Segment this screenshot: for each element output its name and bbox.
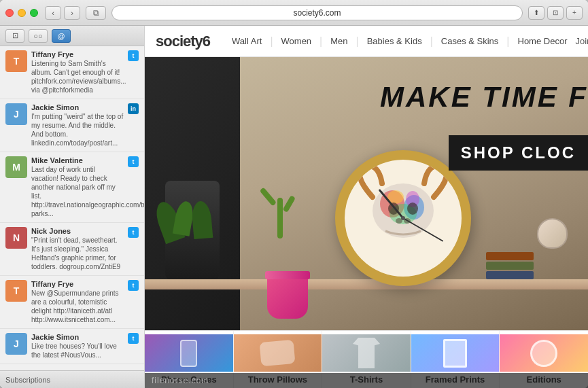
traffic-lights — [5, 9, 38, 17]
avatar-5: J — [5, 333, 27, 355]
feed-name-1: Jackie Simon — [31, 103, 124, 111]
toolbar-right: ⬆ ⊡ + — [528, 6, 583, 20]
hero-cta-text: SHOP CLOC — [461, 143, 576, 162]
sidebar: ⊡ ○○ @ T Tiffany Frye Listening to Sam S… — [0, 26, 145, 388]
site-logo: society6 — [156, 33, 210, 50]
twitter-badge-2: t — [128, 156, 139, 167]
sidebar-feed: T Tiffany Frye Listening to Sam Smith's … — [0, 46, 144, 370]
subscriptions-label: Subscriptions — [5, 376, 50, 384]
forward-button[interactable]: › — [64, 6, 80, 20]
sidebar-toolbar: ⊡ ○○ @ — [0, 26, 144, 46]
tab-button[interactable]: ⧉ — [86, 6, 106, 20]
feed-text-1: I'm putting "weird" at the top of my res… — [31, 112, 124, 147]
feed-item-5: J Jackie Simon Like tree houses? You'll … — [0, 329, 144, 364]
feed-name-0: Tiffany Frye — [31, 50, 124, 58]
phone-cases-thumb — [145, 334, 233, 372]
close-button[interactable] — [5, 9, 14, 17]
share-button[interactable]: ⬆ — [528, 6, 544, 20]
feed-name-4: Tiffany Frye — [31, 280, 124, 288]
avatar-1: J — [5, 103, 27, 125]
browser-body: ⊡ ○○ @ T Tiffany Frye Listening to Sam S… — [0, 26, 588, 388]
svg-point-7 — [407, 202, 418, 215]
clock-display — [335, 150, 471, 286]
feed-content-3: Nick Jones "Print isn't dead, sweetheart… — [31, 227, 124, 271]
linkedin-badge-1: in — [128, 103, 139, 114]
hero-cta-box[interactable]: SHOP CLOC — [449, 135, 588, 171]
nav-babies-kids[interactable]: Babies & Kids — [359, 36, 430, 46]
pink-pot-area — [267, 271, 310, 279]
watermark-text: filenorse.com — [152, 376, 209, 385]
feed-item-2: M Mike Valentine Last day of work until … — [0, 152, 144, 223]
maximize-button[interactable] — [30, 9, 38, 17]
feed-text-5: Like tree houses? You'll love the latest… — [31, 342, 124, 359]
nav-wall-art[interactable]: Wall Art — [224, 36, 270, 46]
feed-text-2: Last day of work until vacation! Ready t… — [31, 165, 124, 218]
sidebar-reader-btn[interactable]: ○○ — [29, 29, 48, 43]
avatar-2: M — [5, 156, 27, 178]
sidebar-mail-btn[interactable]: @ — [52, 29, 71, 43]
bookmarks-button[interactable]: ⊡ — [547, 6, 564, 20]
address-bar[interactable]: society6.com — [111, 5, 523, 20]
feed-name-5: Jackie Simon — [31, 333, 124, 341]
site-header: society6 Wall Art | Women | Men | Babies… — [145, 26, 588, 57]
browser-window: ‹ › ⧉ society6.com ⬆ ⊡ + ⊡ ○○ @ T — [0, 0, 588, 388]
feed-content-0: Tiffany Frye Listening to Sam Smith's al… — [31, 50, 124, 94]
url-text: society6.com — [293, 8, 341, 18]
twitter-badge-0: t — [128, 50, 139, 61]
watermark-bar: filenorse.com — [145, 373, 588, 388]
sidebar-bookmarks-btn[interactable]: ⊡ — [5, 29, 24, 43]
t-shirts-thumb — [322, 334, 411, 372]
new-tab-button[interactable]: + — [566, 6, 583, 20]
feed-content-4: Tiffany Frye New @Supermundane prints ar… — [31, 280, 124, 324]
nav-home-decor[interactable]: Home Decor — [510, 36, 576, 46]
sidebar-footer: Subscriptions — [0, 370, 144, 388]
avatar-3: N — [5, 227, 27, 249]
feed-item-3: N Nick Jones "Print isn't dead, sweethea… — [0, 223, 144, 276]
twitter-badge-4: t — [128, 280, 139, 291]
title-bar: ‹ › ⧉ society6.com ⬆ ⊡ + — [0, 0, 588, 26]
throw-pillows-thumb — [234, 334, 322, 372]
feed-content-1: Jackie Simon I'm putting "weird" at the … — [31, 103, 124, 147]
minimize-button[interactable] — [18, 9, 26, 17]
nav-cases-skins[interactable]: Cases & Skins — [433, 36, 507, 46]
feed-name-3: Nick Jones — [31, 227, 124, 235]
nav-buttons: ‹ › — [45, 6, 80, 20]
feed-item-4: T Tiffany Frye New @Supermundane prints … — [0, 276, 144, 329]
join-link[interactable]: Join — [575, 36, 588, 46]
site-nav: Wall Art | Women | Men | Babies & Kids |… — [224, 35, 575, 48]
back-button[interactable]: ‹ — [45, 6, 61, 20]
nav-men[interactable]: Men — [322, 36, 356, 46]
feed-item-1: J Jackie Simon I'm putting "weird" at th… — [0, 99, 144, 152]
feed-content-5: Jackie Simon Like tree houses? You'll lo… — [31, 333, 124, 359]
hero-headline-text: MAKE TIME F — [380, 81, 588, 113]
hero-headline: MAKE TIME F — [380, 81, 588, 113]
feed-content-2: Mike Valentine Last day of work until va… — [31, 156, 124, 218]
feed-text-0: Listening to Sam Smith's album. Can't ge… — [31, 59, 124, 94]
framed-prints-thumb — [411, 334, 500, 372]
hero-banner: MAKE TIME F SHOP CLOC — [145, 57, 588, 330]
twitter-badge-3: t — [128, 227, 139, 238]
feed-text-3: "Print isn't dead, sweetheart. It's just… — [31, 236, 124, 271]
avatar-0: T — [5, 50, 27, 72]
feed-text-4: New @Supermundane prints are a colourful… — [31, 289, 124, 324]
site-actions: Join Sign in Help — [575, 31, 588, 52]
decor-right — [486, 252, 534, 279]
main-content: society6 Wall Art | Women | Men | Babies… — [145, 26, 588, 388]
nav-women[interactable]: Women — [273, 36, 320, 46]
feed-item-0: T Tiffany Frye Listening to Sam Smith's … — [0, 46, 144, 99]
avatar-4: T — [5, 280, 27, 302]
feed-name-2: Mike Valentine — [31, 156, 124, 164]
twitter-badge-5: t — [128, 333, 139, 344]
editions-thumb — [500, 334, 588, 372]
